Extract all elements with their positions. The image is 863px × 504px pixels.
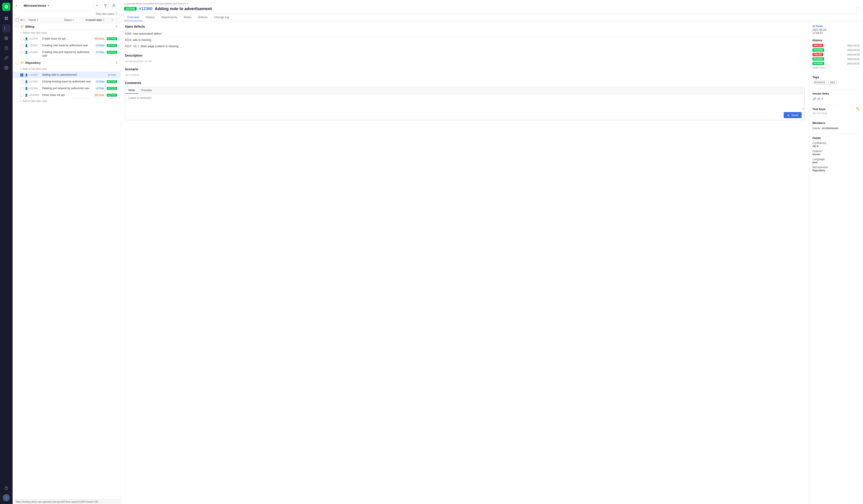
panel-header: ▾ ☆ Microservices ▾ — [13, 0, 120, 11]
copy-icon[interactable]: ⎘ — [112, 18, 117, 22]
select-all-checkbox[interactable] — [16, 18, 19, 22]
owner-field: Owner: eroshenkoam — [812, 127, 860, 130]
collapse-icon[interactable]: ▾ — [16, 4, 17, 7]
col-header-id[interactable]: Id ⇅ — [20, 18, 27, 22]
col-header-status[interactable]: Status ⇅ — [64, 18, 84, 22]
plus-icon: + — [20, 100, 22, 103]
test-checkbox[interactable] — [20, 44, 23, 47]
test-row[interactable]: 👤 #12383 Creating new pull request by au… — [13, 49, 120, 60]
tag-web[interactable]: WEB — [828, 81, 837, 85]
history-section: History FAILED 2023-03-02 PASSED 2023-03… — [812, 39, 860, 69]
test-row[interactable]: 👤 #12381 Creating new issue by authorize… — [13, 42, 120, 49]
group-repository[interactable]: 📁 Repository 4 — [13, 59, 120, 66]
svg-rect-4 — [7, 18, 8, 20]
sidebar-item-integrations[interactable] — [2, 54, 10, 62]
copy-breadcrumb-icon[interactable]: ⎘ — [187, 2, 189, 5]
defect-item: #317 AE-7 Main page content is missing — [125, 43, 804, 49]
description-content: No description so far — [125, 60, 804, 63]
issue-title-row: ACTIVE #12380 Adding note to advertiseme… — [124, 6, 860, 11]
tab-history[interactable]: History — [142, 14, 158, 21]
svg-marker-11 — [104, 4, 107, 7]
test-row-selected[interactable]: ✓ 👤 #12380 Adding note to advertisement … — [13, 72, 120, 78]
sidebar-item-launches[interactable] — [2, 34, 10, 42]
ui-tests-label[interactable]: UI Tests — [812, 25, 860, 28]
comments-section: Comments Write Preview Send — [125, 81, 804, 120]
scenario-content: No content — [125, 73, 804, 77]
sidebar-item-settings[interactable] — [2, 64, 10, 72]
history-date: 2023-03-02 — [847, 53, 860, 56]
more-options-button[interactable]: ⋮ — [855, 6, 860, 11]
test-status-badge: ACTIVE — [107, 87, 117, 90]
test-cases-panel: ▾ ☆ Microservices ▾ Total test cases: 7 … — [13, 0, 121, 504]
test-checkbox[interactable] — [20, 94, 23, 97]
send-button[interactable]: Send — [784, 112, 802, 118]
add-billing-test[interactable]: + Add a new test case — [13, 30, 120, 36]
defect-text: new automated defect — [133, 32, 162, 35]
sidebar-add-button[interactable] — [2, 474, 10, 482]
favorite-icon[interactable]: ☆ — [19, 4, 22, 7]
microservice-value: Repository — [812, 169, 860, 172]
plus-icon: + — [20, 67, 22, 70]
detail-panel: io.qameta.allure.IssuesWebTest.shouldAdd… — [121, 0, 863, 504]
group-billing[interactable]: 📁 Billing 3 — [13, 23, 120, 30]
defect-item: #293 new automated defect — [125, 30, 804, 37]
test-checkbox[interactable] — [20, 80, 23, 83]
user-avatar[interactable]: 👤 — [3, 494, 10, 501]
app-logo[interactable] — [2, 3, 10, 11]
tab-attachments[interactable]: Attachments — [158, 14, 180, 21]
test-row[interactable]: 👤 #140863 Close issue via api API Tests … — [13, 92, 120, 99]
comment-preview-tab[interactable]: Preview — [138, 87, 155, 94]
issue-link-ae8[interactable]: 🔗 AE-8 — [812, 97, 860, 101]
tag-regress[interactable]: REGRESS — [812, 81, 827, 85]
defect-text: Main page content is missing — [141, 44, 178, 48]
sidebar-item-defects[interactable] — [2, 44, 10, 52]
test-row[interactable]: 👤 #12382 Closing existing issue by autho… — [13, 78, 120, 85]
defect-link[interactable]: AE-7 — [133, 44, 139, 48]
filter-button[interactable] — [102, 2, 109, 9]
test-checkbox[interactable] — [20, 51, 23, 54]
test-status-badge: ACTIVE — [107, 80, 117, 83]
divider — [812, 89, 860, 90]
test-name: Creating new issue by authorized user — [42, 43, 94, 48]
field-language: Language: java — [812, 158, 860, 164]
col-header-name[interactable]: Name ⇅ — [29, 18, 63, 22]
comments-title: Comments — [125, 81, 804, 85]
test-checkbox[interactable] — [20, 37, 23, 40]
defect-id: #315 — [125, 38, 132, 41]
language-value: java — [812, 161, 860, 164]
tab-overview[interactable]: Overview — [124, 14, 142, 21]
tab-mutes[interactable]: Mutes — [180, 14, 195, 21]
sidebar-item-dashboard[interactable] — [2, 14, 10, 23]
open-defects-title: Open defects — [125, 25, 804, 28]
show-more-button[interactable]: Show more... — [812, 66, 860, 69]
fields-title: Fields — [812, 136, 860, 140]
divider — [812, 105, 860, 105]
tab-changelog[interactable]: Change log — [211, 14, 232, 21]
add-test-button[interactable] — [94, 2, 100, 9]
sidebar-help-button[interactable] — [2, 484, 10, 492]
add-bottom-test[interactable]: + Add a new test case — [13, 99, 120, 104]
history-status-badge: PASSED — [812, 62, 824, 65]
test-checkbox[interactable]: ✓ — [20, 74, 23, 77]
lock-button[interactable] — [111, 2, 117, 9]
add-repository-test[interactable]: + Add a new test case — [13, 66, 120, 72]
test-name: Create issue via api — [42, 37, 92, 41]
svg-rect-2 — [7, 17, 8, 18]
group-billing-checkbox[interactable] — [16, 25, 19, 28]
sidebar-item-testcases[interactable] — [2, 24, 10, 33]
test-checkbox[interactable] — [20, 87, 23, 90]
test-row[interactable]: 👤 #12378 Create issue via api API Tests … — [13, 36, 120, 42]
edit-test-keys-button[interactable]: ✏️ — [856, 107, 860, 111]
group-billing-name: Billing — [25, 25, 113, 28]
test-name: Close issue via api — [42, 93, 92, 97]
svg-rect-1 — [5, 17, 6, 18]
group-repository-checkbox[interactable] — [16, 61, 19, 64]
test-row[interactable]: 👤 #12384 Deleting pull request by author… — [13, 85, 120, 92]
comment-write-tab[interactable]: Write — [125, 87, 138, 94]
project-dropdown-icon[interactable]: ▾ — [48, 4, 49, 7]
test-tag: API Tests — [94, 37, 105, 40]
col-header-created-date[interactable]: Created date ▼ — [86, 18, 110, 22]
comment-textarea[interactable] — [125, 94, 804, 109]
tab-defects[interactable]: Defects — [195, 14, 211, 21]
members-title: Members — [812, 121, 860, 125]
